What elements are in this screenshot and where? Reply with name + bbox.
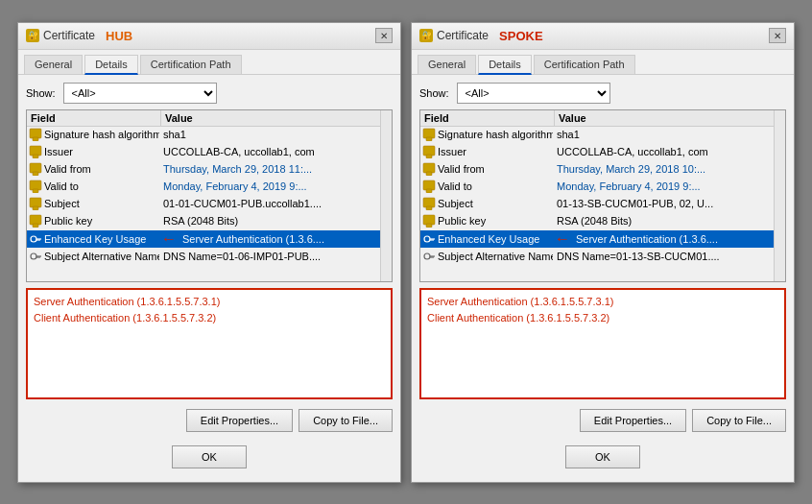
field-name: Subject bbox=[438, 198, 553, 209]
hub-show-row: Show: <All> bbox=[26, 83, 393, 104]
field-name: Valid from bbox=[438, 163, 553, 175]
cert-icon bbox=[29, 162, 42, 176]
cert-icon bbox=[422, 180, 436, 193]
key-icon bbox=[422, 232, 436, 246]
spoke-copy-file-button[interactable]: Copy to File... bbox=[692, 409, 786, 432]
cert-icon bbox=[29, 180, 42, 193]
table-row[interactable]: Enhanced Key Usage ← Server Authenticati… bbox=[27, 230, 380, 249]
svg-rect-29 bbox=[426, 206, 432, 210]
field-name: Valid to bbox=[44, 180, 159, 192]
table-row[interactable]: Valid from Thursday, March 29, 2018 11:.… bbox=[27, 161, 380, 179]
hub-dialog-body: Show: <All> Field Value Signature hash a… bbox=[18, 75, 400, 482]
spoke-dialog-body: Show: <All> Field Value Signature hash a… bbox=[412, 75, 794, 482]
svg-rect-4 bbox=[30, 163, 41, 173]
spoke-col-value: Value bbox=[555, 110, 774, 126]
field-name: Public key bbox=[438, 215, 553, 227]
field-value: UCCOLLAB-CA, uccollab1, com bbox=[159, 146, 380, 157]
field-value: sha1 bbox=[159, 129, 380, 140]
arrow-indicator: ← bbox=[555, 230, 570, 248]
spoke-title-bar: 🔐 Certificate SPOKE ✕ bbox=[412, 23, 794, 50]
spoke-close-button[interactable]: ✕ bbox=[769, 28, 786, 43]
hub-ok-button[interactable]: OK bbox=[172, 445, 247, 468]
spoke-tab-cert-path[interactable]: Certification Path bbox=[534, 55, 635, 75]
spoke-ok-row: OK bbox=[419, 442, 786, 474]
field-value: Monday, February 4, 2019 9:... bbox=[159, 180, 380, 192]
table-row[interactable]: Enhanced Key Usage ← Server Authenticati… bbox=[420, 230, 774, 249]
table-row[interactable]: Valid to Monday, February 4, 2019 9:... bbox=[27, 179, 380, 196]
hub-show-select-wrapper[interactable]: <All> bbox=[63, 83, 217, 104]
svg-rect-28 bbox=[423, 198, 435, 207]
field-value: Thursday, March 29, 2018 11:... bbox=[159, 163, 380, 175]
hub-tab-general[interactable]: General bbox=[24, 55, 83, 75]
hub-tab-details[interactable]: Details bbox=[84, 55, 138, 75]
hub-show-select[interactable]: <All> bbox=[63, 83, 217, 104]
field-name: Signature hash algorithm bbox=[438, 129, 553, 140]
spoke-table-scrollbar[interactable] bbox=[774, 110, 785, 281]
table-row[interactable]: Public key RSA (2048 Bits) bbox=[27, 213, 380, 230]
hub-edit-props-button[interactable]: Edit Properties... bbox=[186, 409, 293, 432]
svg-rect-1 bbox=[33, 137, 38, 141]
field-value: Server Authentication (1.3.6.... bbox=[572, 233, 774, 245]
field-value: Monday, February 4, 2019 9:... bbox=[553, 180, 774, 192]
key-icon bbox=[422, 250, 436, 263]
hub-copy-file-button[interactable]: Copy to File... bbox=[299, 409, 393, 432]
svg-rect-20 bbox=[423, 129, 435, 138]
hub-field-table: Field Value Signature hash algorithm sha… bbox=[26, 109, 393, 282]
hub-close-button[interactable]: ✕ bbox=[375, 28, 393, 43]
hub-table-inner: Field Value Signature hash algorithm sha… bbox=[27, 110, 380, 281]
svg-rect-10 bbox=[30, 215, 41, 225]
table-row[interactable]: Public key RSA (2048 Bits) bbox=[420, 213, 774, 230]
spoke-edit-props-button[interactable]: Edit Properties... bbox=[580, 409, 686, 432]
cert-icon bbox=[29, 197, 42, 210]
spoke-tab-details[interactable]: Details bbox=[478, 55, 532, 75]
table-row[interactable]: Subject 01-01-CUCM01-PUB.uccollab1.... bbox=[27, 196, 380, 213]
spoke-show-select[interactable]: <All> bbox=[457, 83, 610, 104]
field-name: Signature hash algorithm bbox=[44, 129, 159, 140]
svg-rect-9 bbox=[33, 206, 38, 210]
detail-line-2: Client Authentication (1.3.6.1.5.5.7.3.2… bbox=[34, 310, 385, 327]
field-value: RSA (2048 Bits) bbox=[553, 215, 774, 227]
svg-rect-5 bbox=[33, 172, 38, 176]
cert-icon bbox=[422, 128, 436, 141]
spoke-button-row: Edit Properties... Copy to File... bbox=[419, 405, 786, 436]
hub-table-scrollbar[interactable] bbox=[380, 110, 392, 281]
field-name: Valid to bbox=[438, 180, 553, 192]
field-name: Valid from bbox=[44, 163, 159, 175]
spoke-field-table: Field Value Signature hash algorithm sha… bbox=[419, 109, 786, 282]
table-row[interactable]: Subject Alternative Name DNS Name=01-06-… bbox=[27, 249, 380, 266]
spoke-show-select-wrapper[interactable]: <All> bbox=[457, 83, 610, 104]
spoke-tab-general[interactable]: General bbox=[418, 55, 476, 75]
hub-tab-cert-path[interactable]: Certification Path bbox=[140, 55, 242, 75]
table-row[interactable]: Signature hash algorithm sha1 bbox=[27, 127, 380, 144]
spoke-col-field: Field bbox=[420, 110, 555, 126]
table-row[interactable]: Subject 01-13-SB-CUCM01-PUB, 02, U... bbox=[420, 196, 774, 213]
svg-rect-21 bbox=[426, 137, 432, 141]
field-name: Enhanced Key Usage bbox=[44, 233, 159, 245]
hub-col-field: Field bbox=[27, 110, 161, 126]
table-row[interactable]: Valid to Monday, February 4, 2019 9:... bbox=[420, 179, 774, 196]
table-row[interactable]: Signature hash algorithm sha1 bbox=[420, 127, 774, 144]
table-row[interactable]: Valid from Thursday, March 29, 2018 10:.… bbox=[420, 161, 774, 179]
hub-title-bar: 🔐 Certificate HUB ✕ bbox=[18, 23, 400, 50]
field-name: Public key bbox=[44, 215, 159, 227]
spoke-show-label: Show: bbox=[419, 87, 449, 99]
hub-button-row: Edit Properties... Copy to File... bbox=[26, 405, 393, 436]
svg-point-12 bbox=[31, 236, 36, 242]
svg-rect-23 bbox=[426, 155, 432, 158]
hub-dialog: 🔐 Certificate HUB ✕ General Details Cert… bbox=[17, 22, 401, 483]
field-name: Enhanced Key Usage bbox=[438, 233, 553, 245]
spoke-ok-button[interactable]: OK bbox=[565, 445, 640, 468]
table-row[interactable]: Subject Alternative Name DNS Name=01-13-… bbox=[420, 249, 774, 266]
hub-tabs: General Details Certification Path bbox=[18, 50, 400, 75]
hub-ok-row: OK bbox=[26, 442, 393, 474]
spoke-detail-box: Server Authentication (1.3.6.1.5.5.7.3.1… bbox=[419, 288, 786, 399]
table-row[interactable]: Issuer UCCOLLAB-CA, uccollab1, com bbox=[27, 144, 380, 161]
table-row[interactable]: Issuer UCCOLLAB-CA, uccollab1, com bbox=[420, 144, 774, 161]
svg-rect-24 bbox=[423, 163, 435, 173]
cert-icon bbox=[29, 128, 42, 141]
hub-title-icon: 🔐 bbox=[26, 29, 39, 42]
field-value: DNS Name=01-06-IMP01-PUB.... bbox=[159, 251, 380, 262]
svg-rect-31 bbox=[426, 224, 432, 228]
field-name: Issuer bbox=[44, 146, 159, 157]
field-name: Subject bbox=[44, 198, 159, 209]
